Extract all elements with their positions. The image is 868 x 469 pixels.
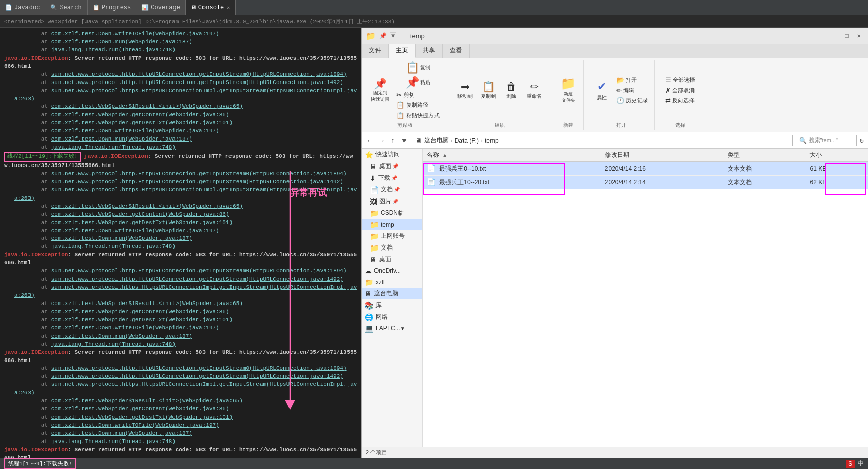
back-btn[interactable]: ←	[366, 135, 374, 146]
console-content: at com.xzlf.test.Down.writeTOFile(WebSpi…	[0, 28, 361, 458]
paste-shortcut-btn[interactable]: 📋 粘贴快捷方式	[394, 111, 442, 120]
ide-container: 📄 Javadoc 🔍 Search 📋 Progress 📊 Coverage…	[0, 0, 868, 469]
col-type[interactable]: 类型	[724, 149, 805, 162]
copy-btn[interactable]: 📋 复制	[394, 61, 442, 74]
ribbon-tab-file[interactable]: 文件	[362, 44, 389, 58]
search-placeholder-text: 搜索"tem..."	[809, 136, 838, 144]
nav-pictures[interactable]: 🖼 图片 📌	[362, 196, 422, 207]
address-bar: ← → ↑ ▼ 🖥 这台电脑 › Data (F:) › temp 🔍 搜索"t…	[362, 132, 868, 149]
down-nav-btn[interactable]: ▼	[400, 135, 408, 146]
file-row-2[interactable]: 📄 最强兵王10--20.txt 2020/4/14 2:14 文本文档 62 …	[423, 176, 868, 189]
tab-progress[interactable]: 📋 Progress	[88, 0, 137, 15]
status-bottom-text: 线程1[1~~9]:下载失败!	[4, 458, 76, 469]
col-name[interactable]: 名称 ▲	[423, 149, 601, 162]
tab-search[interactable]: 🔍 Search	[45, 0, 87, 15]
select-all-btn[interactable]: ☰ 全部选择	[663, 76, 697, 85]
nav-quick-access[interactable]: ⭐ 快速访问	[362, 149, 422, 160]
nav-this-pc[interactable]: 🖥 这台电脑	[362, 288, 422, 299]
clipboard-actions: 📋 复制 📌 粘贴 ✂ 剪切	[394, 61, 442, 120]
explorer-title-bar: 📁 📌 ▼ | temp — □ ✕	[362, 28, 868, 44]
new-folder-btn[interactable]: 📁 新建文件夹	[558, 76, 579, 105]
console-line-exception: java.io.IOException: Server returned HTT…	[4, 447, 357, 458]
properties-btn[interactable]: ✔ 属性	[592, 79, 612, 102]
file-table: 名称 ▲ 修改日期 类型 大小 📄	[423, 149, 868, 189]
ribbon-tab-share[interactable]: 共享	[416, 44, 443, 58]
close-btn[interactable]: ✕	[854, 31, 864, 41]
pin-to-quick-btn[interactable]: 📌 固定到快速访问	[368, 77, 392, 104]
ribbon-content: 📌 固定到快速访问 📋 复制 📌 粘贴	[362, 58, 868, 132]
tab-console[interactable]: 🖥 Console ✕	[186, 0, 236, 15]
open-label: 打开	[626, 76, 637, 84]
nav-accounts[interactable]: 📁 上网账号	[362, 230, 422, 242]
file-name-1: 📄 最强兵王0--10.txt	[423, 162, 601, 176]
network-icon: 🌐	[365, 313, 373, 321]
file-content: 名称 ▲ 修改日期 类型 大小 📄	[423, 149, 868, 447]
nav-docs2[interactable]: 📁 文档	[362, 242, 422, 254]
up-btn[interactable]: ↑	[389, 135, 397, 146]
file-date-2: 2020/4/14 2:14	[601, 176, 724, 189]
refresh-btn[interactable]: ↻	[860, 136, 864, 145]
col-date[interactable]: 修改日期	[601, 149, 724, 162]
nav-network[interactable]: 🌐 网络	[362, 311, 422, 323]
search-box[interactable]: 🔍 搜索"tem..."	[796, 135, 857, 146]
console-line: at com.xzlf.test.WebSpider.getDestTxt(We…	[4, 219, 357, 227]
console-line: at sun.net.www.protocol.http.HttpURLConn…	[4, 365, 357, 373]
sort-arrow: ▲	[442, 152, 447, 158]
console-panel[interactable]: at com.xzlf.test.Down.writeTOFile(WebSpi…	[0, 28, 361, 458]
maximize-btn[interactable]: □	[842, 31, 852, 41]
nav-documents[interactable]: 📄 文档 📌	[362, 184, 422, 196]
nav-onedrive[interactable]: ☁ OneDriv...	[362, 265, 422, 277]
edit-btn[interactable]: ✏ 编辑	[614, 86, 650, 95]
nav-temp[interactable]: 📁 temp	[362, 219, 422, 230]
coverage-icon: 📊	[141, 4, 149, 11]
paste-btn[interactable]: 📌 粘贴	[394, 76, 442, 89]
file-row-1[interactable]: 📄 最强兵王0--10.txt 2020/4/14 2:16 文本文档 61 K…	[423, 162, 868, 176]
history-label: 历史记录	[626, 97, 648, 104]
copy-path-btn[interactable]: 📋 复制路径	[394, 101, 442, 109]
ribbon-tab-view[interactable]: 查看	[443, 44, 470, 58]
open-icon: 📂	[616, 76, 624, 84]
minimize-btn[interactable]: —	[829, 31, 840, 41]
lang-indicator: 中	[858, 459, 864, 468]
move-to-btn[interactable]: ➡ 移动到	[454, 80, 476, 101]
delete-btn[interactable]: 🗑 删除	[501, 80, 522, 101]
nav-downloads[interactable]: ⬇ 下载 📌	[362, 172, 422, 184]
nav-label: xzlf	[375, 279, 385, 286]
open-btn[interactable]: 📂 打开	[614, 76, 650, 85]
nav-csdn[interactable]: 📁 CSDN临	[362, 207, 422, 219]
console-line: at sun.net.www.protocol.http.HttpURLConn…	[4, 275, 357, 284]
address-path[interactable]: 🖥 这台电脑 › Data (F:) › temp	[412, 135, 793, 146]
ime-indicator[interactable]: S	[846, 460, 855, 468]
nav-desktop2[interactable]: 🖥 桌面	[362, 254, 422, 265]
toolbar-toggle[interactable]: ▼	[390, 32, 396, 40]
library-icon: 📚	[365, 301, 373, 310]
tab-coverage[interactable]: 📊 Coverage	[136, 0, 186, 15]
invert-selection-btn[interactable]: ⇄ 反向选择	[663, 96, 697, 105]
copy-to-btn[interactable]: 📋 复制到	[478, 80, 499, 101]
progress-icon: 📋	[93, 4, 100, 11]
nav-laptop[interactable]: 💻 LAPTC... ▼	[362, 323, 422, 334]
tab-javadoc[interactable]: 📄 Javadoc	[0, 0, 45, 15]
pin-indicator: 📌	[392, 163, 398, 169]
ribbon-tab-home[interactable]: 主页	[389, 44, 416, 58]
history-btn[interactable]: 🕐 历史记录	[614, 96, 650, 105]
file-list-area: ⭐ 快速访问 🖥 桌面 📌 ⬇ 下载 📌 📄	[362, 149, 868, 447]
rename-icon: ✏	[530, 81, 539, 92]
console-line-highlight: 线程2[11~~19]:下载失败!	[4, 152, 81, 162]
deselect-all-btn[interactable]: ✗ 全部取消	[663, 86, 697, 95]
laptop-icon: 💻	[365, 324, 373, 333]
forward-btn[interactable]: →	[377, 135, 385, 146]
nav-xzlf[interactable]: 📁 xzlf	[362, 277, 422, 288]
cut-btn[interactable]: ✂ 剪切	[394, 91, 442, 99]
nav-library[interactable]: 📚 库	[362, 299, 422, 311]
rename-btn[interactable]: ✏ 重命名	[524, 80, 545, 101]
nav-desktop[interactable]: 🖥 桌面 📌	[362, 160, 422, 172]
desktop2-icon: 🖥	[370, 256, 377, 264]
console-line: at com.xzlf.test.WebSpider.getContent(We…	[4, 405, 357, 413]
console-line: at sun.net.www.protocol.http.HttpURLConn…	[4, 267, 357, 275]
console-line: at sun.net.www.protocol.http.HttpURLConn…	[4, 71, 357, 79]
console-close-btn[interactable]: ✕	[227, 5, 230, 11]
console-line: at com.xzlf.test.WebSpider.getDestTxt(We…	[4, 413, 357, 422]
col-size[interactable]: 大小	[805, 149, 868, 162]
cut-icon: ✂	[396, 91, 402, 99]
